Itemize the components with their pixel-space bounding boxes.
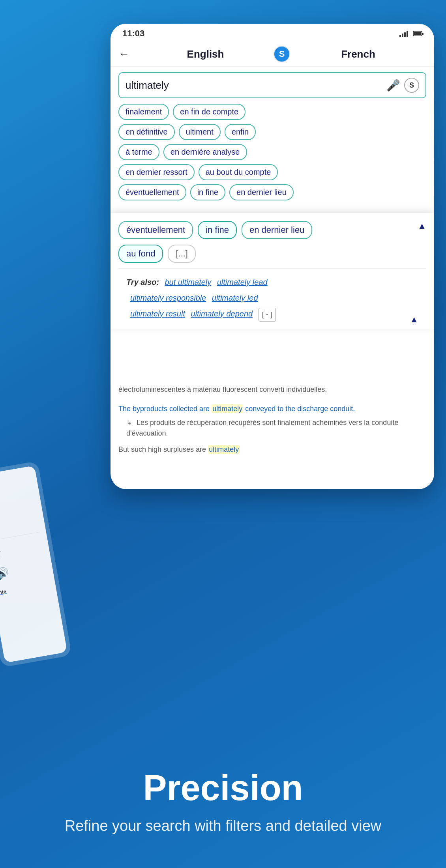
example-sentence-1-pre: électroluminescentes à matériau fluoresc…	[118, 384, 426, 395]
expanded-chip-au-fond[interactable]: au fond	[118, 245, 163, 263]
swap-button[interactable]: S	[274, 46, 290, 62]
translation-row-3: à terme en dernière analyse	[118, 144, 426, 160]
try-also-row-2: ultimately responsible ultimately led	[126, 292, 418, 304]
speaker-icon: 🔊	[0, 496, 36, 517]
try-also-label: Try also:	[126, 278, 159, 286]
dash-collapse-button[interactable]: [ - ]	[259, 308, 276, 322]
example-sentence-2-en: The byproducts collected are ultimately …	[118, 404, 426, 414]
expanded-chip-en-dernier-lieu[interactable]: en dernier lieu	[242, 221, 312, 239]
expanded-chip-row-1: éventuellement in fine en dernier lieu	[118, 221, 426, 239]
signal-bars-icon	[399, 30, 408, 37]
example-3-pre: But such high surpluses are	[118, 445, 208, 453]
left-phone-word: nte	[0, 588, 7, 595]
translation-row-4: en dernier ressort au bout du compte	[118, 164, 426, 180]
example-sentence-2-fr: ↳ Les produits de récupération récupérés…	[126, 417, 426, 439]
translation-row-5: éventuellement in fine en dernier lieu	[118, 184, 426, 200]
try-link-ultimately-lead[interactable]: ultimately lead	[217, 278, 268, 286]
try-also-section: Try also: but ultimately ultimately lead…	[118, 268, 426, 329]
collapse-icon-bottom[interactable]: ▲	[410, 314, 418, 325]
example-2-fr-text: Les produits de récupération récupérés s…	[126, 419, 398, 437]
search-input[interactable]: ultimately	[126, 79, 382, 92]
chip-au-bout-du-compte[interactable]: au bout du compte	[199, 164, 278, 180]
precision-subtitle: Refine your search with filters and deta…	[20, 816, 426, 836]
microphone-icon[interactable]: 🎤	[386, 79, 400, 92]
example-2-post: conveyed to the discharge conduit.	[243, 405, 355, 413]
star-icon-2: ☆	[0, 538, 43, 561]
chip-en-dernier-lieu[interactable]: en dernier lieu	[229, 184, 294, 200]
search-bar: ultimately 🎤 S	[118, 72, 426, 98]
chip-enfin[interactable]: enfin	[225, 124, 256, 140]
chip-en-dernier-ressort[interactable]: en dernier ressort	[118, 164, 195, 180]
translations-area: finalement en fin de compte en définitiv…	[111, 104, 434, 208]
try-also-row-1: Try also: but ultimately ultimately lead	[126, 276, 418, 288]
translation-row-2: en définitive ultiment enfin	[118, 124, 426, 140]
try-also-row-3: ultimately result ultimately depend [ - …	[126, 307, 418, 322]
chip-en-definitive[interactable]: en définitive	[118, 124, 175, 140]
settings-badge-label: S	[409, 81, 414, 90]
speaker-icon-2: 🔊	[0, 559, 47, 581]
chip-en-derniere-analyse[interactable]: en dernière analyse	[163, 144, 247, 160]
back-button[interactable]: ←	[118, 48, 129, 60]
signal-bar-4	[407, 31, 408, 37]
expanded-card: éventuellement in fine en dernier lieu a…	[111, 213, 434, 329]
status-bar: 11:03	[111, 24, 434, 42]
chip-en-fin-de-compte[interactable]: en fin de compte	[173, 104, 245, 120]
signal-bar-1	[399, 35, 401, 37]
try-link-ultimately-result[interactable]: ultimately result	[130, 309, 185, 318]
language-to[interactable]: French	[290, 48, 426, 60]
settings-badge[interactable]: S	[404, 78, 419, 93]
reverso-logo: S	[279, 49, 285, 59]
examples-area: électroluminescentes à matériau fluoresc…	[111, 379, 434, 460]
precision-title: Precision	[20, 769, 426, 808]
signal-bar-3	[404, 32, 406, 37]
translation-row-1: finalement en fin de compte	[118, 104, 426, 120]
app-header: ← English S French	[111, 42, 434, 67]
chip-ultiment[interactable]: ultiment	[179, 124, 221, 140]
example-2-pre: The byproducts collected are	[118, 405, 212, 413]
status-time: 11:03	[122, 28, 144, 39]
example-sentence-3: But such high surpluses are ultimately	[118, 444, 426, 455]
expanded-chip-eventuellement[interactable]: éventuellement	[118, 221, 193, 239]
star-icon: ☆	[0, 474, 32, 497]
try-link-ultimately-depend[interactable]: ultimately depend	[191, 309, 253, 318]
chip-finalement[interactable]: finalement	[118, 104, 169, 120]
battery-icon	[413, 31, 422, 36]
try-link-ultimately-led[interactable]: ultimately led	[212, 294, 258, 302]
expanded-chip-ellipsis[interactable]: [...]	[168, 245, 196, 263]
example-2-highlight: ultimately	[212, 404, 243, 413]
try-link-but-ultimately[interactable]: but ultimately	[165, 278, 211, 286]
bottom-section: Precision Refine your search with filter…	[0, 745, 446, 868]
language-from[interactable]: English	[137, 48, 274, 60]
chip-in-fine[interactable]: in fine	[190, 184, 225, 200]
chip-a-terme[interactable]: à terme	[118, 144, 159, 160]
signal-bar-2	[402, 34, 403, 37]
collapse-icon-top[interactable]: ▲	[418, 221, 426, 231]
example-3-highlight: ultimately	[208, 445, 240, 454]
translation-arrow-icon: ↳	[126, 419, 132, 427]
status-icons	[399, 30, 422, 37]
expanded-chip-in-fine[interactable]: in fine	[198, 221, 237, 239]
chip-eventuellement[interactable]: éventuellement	[118, 184, 186, 200]
phone-mockup: 11:03 ← English S French ultimately 🎤 S	[111, 24, 434, 489]
expanded-chip-row-2: au fond [...]	[118, 245, 426, 263]
try-link-ultimately-responsible[interactable]: ultimately responsible	[130, 294, 206, 302]
